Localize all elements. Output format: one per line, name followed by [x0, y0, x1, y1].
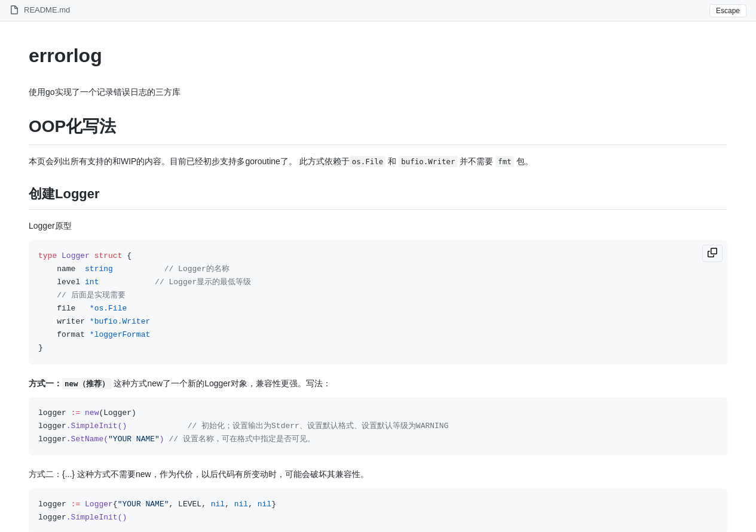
code-line-8: } [38, 342, 718, 355]
file-icon [10, 5, 19, 15]
filename: README.md [24, 4, 70, 17]
subtitle: 使用go实现了一个记录错误日志的三方库 [29, 85, 727, 99]
top-bar-left: README.md [10, 4, 70, 17]
inline-code-osfile: os.File [350, 156, 386, 167]
code3-line-1: logger := Logger{"YOUR NAME", LEVEL, nil… [38, 498, 718, 511]
code-line-1: type Logger struct { [38, 250, 718, 263]
method2-label: 方式二：{...} 这种方式不需要new，作为代价，以后代码有所变动时，可能会破… [29, 468, 727, 481]
code-line-6: writer *bufio.Writer [38, 315, 718, 328]
main-content: errorlog 使用go实现了一个记录错误日志的三方库 OOP化写法 本页会列… [0, 21, 756, 532]
code-block-3: logger := Logger{"YOUR NAME", LEVEL, nil… [29, 488, 727, 532]
copy-button-1[interactable] [702, 245, 723, 262]
code3-line-2: logger.SimpleInit() [38, 511, 718, 524]
code-block-2-wrapper: logger := new(Logger) logger.SimpleInit(… [29, 397, 727, 456]
code-block-1: type Logger struct { name string // Logg… [29, 240, 727, 365]
code-block-3-wrapper: logger := Logger{"YOUR NAME", LEVEL, nil… [29, 488, 727, 532]
code-line-3: level int // Logger显示的最低等级 [38, 276, 718, 289]
inline-code-bufiowriter: bufio.Writer [399, 156, 457, 167]
page-title: errorlog [29, 41, 727, 76]
code-line-2: name string // Logger的名称 [38, 263, 718, 276]
logger-proto-label: Logger原型 [29, 219, 727, 232]
escape-button[interactable]: Escape [709, 4, 746, 17]
code-block-2: logger := new(Logger) logger.SimpleInit(… [29, 397, 727, 456]
code2-line-1: logger := new(Logger) [38, 407, 718, 420]
inline-code-new: new（推荐） [62, 378, 112, 389]
method1-label: 方式一：new（推荐） 这种方式new了一个新的Logger对象，兼容性更强。写… [29, 377, 727, 390]
code-block-1-wrapper: type Logger struct { name string // Logg… [29, 240, 727, 365]
section1-heading: OOP化写法 [29, 113, 727, 146]
code-line-7: format *loggerFormat [38, 328, 718, 342]
code-line-5: file *os.File [38, 302, 718, 315]
section1-intro: 本页会列出所有支持的和WIP的内容。目前已经初步支持多goroutine了。 此… [29, 155, 727, 169]
inline-code-fmt: fmt [495, 156, 514, 167]
top-bar: README.md Escape [0, 0, 756, 21]
code-line-4: // 后面是实现需要 [38, 289, 718, 302]
code2-line-3: logger.SetName("YOUR NAME") // 设置名称，可在格式… [38, 433, 718, 446]
section2-heading: 创建Logger [29, 183, 727, 210]
code2-line-2: logger.SimpleInit() // 初始化；设置输出为Stderr、设… [38, 420, 718, 433]
